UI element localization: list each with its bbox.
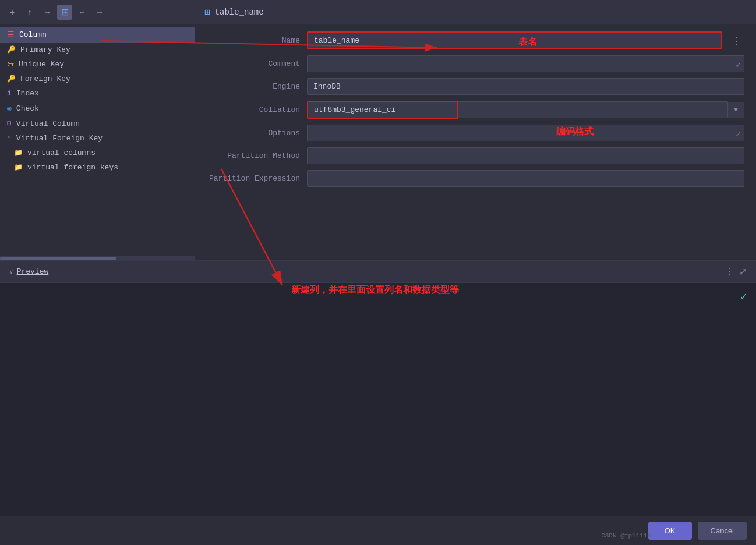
sidebar-item-index-label: Index [16, 89, 39, 98]
partition-expression-row: Partition Expression [207, 170, 744, 187]
form-area: Name ⋮ Comment ⤢ Engine [195, 24, 756, 260]
name-input-wrapper [307, 31, 722, 49]
bottom-bar: OK Cancel [0, 516, 756, 545]
name-row: Name ⋮ [207, 31, 744, 49]
check-icon: ◉ [7, 104, 12, 113]
preview-header: ∨ Preview ⋮ ⤢ [0, 261, 756, 283]
primary-key-icon: 🔑 [7, 45, 16, 54]
name-label: Name [207, 36, 300, 45]
preview-toggle[interactable]: ∨ [9, 268, 13, 275]
sidebar-item-primary-key-label: Primary Key [20, 45, 70, 54]
sidebar-item-unique-key-label: Unique Key [19, 60, 64, 69]
options-row: Options ⤢ [207, 125, 744, 141]
preview-actions: ⋮ ⤢ [725, 266, 747, 278]
nav-button[interactable]: → [92, 5, 107, 20]
sidebar-item-virtual-foreign-keys-folder[interactable]: 📁 virtual foreign keys [0, 160, 195, 175]
sidebar-toolbar: + ↑ → ⊞ ← → [0, 0, 195, 24]
sidebar-item-unique-key[interactable]: 🗝 Unique Key [0, 57, 195, 72]
sidebar-item-virtual-foreign-key-label: Virtual Foreign Key [16, 134, 103, 143]
sidebar-item-column[interactable]: ☰ Column [0, 27, 195, 43]
options-input[interactable] [307, 125, 744, 141]
table-title: table_name [215, 8, 264, 17]
sidebar-item-column-label: Column [19, 30, 47, 39]
sidebar-item-virtual-columns-label: virtual columns [27, 148, 96, 157]
index-icon: i [7, 89, 12, 98]
sidebar-item-check-label: Check [16, 104, 39, 113]
virtual-column-icon: ⊞ [7, 119, 12, 128]
top-area: + ↑ → ⊞ ← → ☰ Column 🔑 Primary Key [0, 0, 756, 260]
sidebar-scrollbar-thumb [0, 257, 116, 260]
partition-expression-label: Partition Expression [207, 174, 300, 183]
collation-label: Collation [207, 105, 300, 114]
right-header: ⊞ table_name [195, 0, 756, 24]
preview-title[interactable]: Preview [17, 267, 49, 276]
sidebar-item-index[interactable]: i Index [0, 86, 195, 101]
options-input-wrapper: ⤢ [307, 125, 744, 141]
virtual-foreign-keys-folder-icon: 📁 [14, 163, 23, 172]
column-icon: ☰ [7, 30, 15, 40]
options-expand-icon[interactable]: ⤢ [736, 130, 741, 138]
virtual-fk-icon: ♀ [7, 134, 12, 143]
main-container: + ↑ → ⊞ ← → ☰ Column 🔑 Primary Key [0, 0, 756, 545]
sidebar-list: ☰ Column 🔑 Primary Key 🗝 Unique Key 🔑 Fo… [0, 24, 195, 256]
preview-body: ✓ [0, 283, 756, 516]
sidebar-scrollbar[interactable] [0, 256, 195, 260]
partition-method-input[interactable] [307, 147, 744, 164]
add-button[interactable]: + [5, 5, 20, 20]
sidebar-item-virtual-foreign-key[interactable]: ♀ Virtual Foreign Key [0, 131, 195, 146]
sidebar-item-virtual-column[interactable]: ⊞ Virtual Column [0, 116, 195, 131]
engine-input[interactable] [307, 78, 744, 95]
partition-method-label: Partition Method [207, 151, 300, 160]
sidebar-item-foreign-key[interactable]: 🔑 Foreign Key [0, 72, 195, 86]
table-icon: ⊞ [204, 6, 210, 18]
move-right-button[interactable]: → [40, 5, 55, 20]
preview-section: ∨ Preview ⋮ ⤢ ✓ [0, 260, 756, 516]
collation-input[interactable] [307, 101, 458, 119]
move-left-button[interactable]: ← [75, 5, 90, 20]
move-up-button[interactable]: ↑ [22, 5, 37, 20]
cancel-button[interactable]: Cancel [698, 522, 747, 540]
sidebar: + ↑ → ⊞ ← → ☰ Column 🔑 Primary Key [0, 0, 195, 260]
partition-expression-input[interactable] [307, 170, 744, 187]
collation-dropdown-icon[interactable]: ▼ [728, 102, 744, 118]
comment-expand-icon[interactable]: ⤢ [736, 61, 741, 69]
partition-method-row: Partition Method [207, 147, 744, 164]
collation-wrapper: ▼ [307, 101, 744, 119]
sidebar-item-foreign-key-label: Foreign Key [20, 75, 70, 83]
name-more-button[interactable]: ⋮ [729, 34, 744, 47]
collation-row: Collation ▼ [207, 101, 744, 119]
sidebar-item-virtual-foreign-keys-label: virtual foreign keys [27, 163, 118, 172]
unique-key-icon: 🗝 [7, 60, 14, 69]
comment-input[interactable] [307, 55, 744, 72]
comment-row: Comment ⤢ [207, 55, 744, 72]
engine-label: Engine [207, 82, 300, 91]
grid-icon: ⊞ [61, 6, 69, 17]
grid-button[interactable]: ⊞ [57, 5, 72, 20]
sidebar-item-check[interactable]: ◉ Check [0, 101, 195, 116]
name-input[interactable] [307, 31, 722, 49]
comment-input-wrapper: ⤢ [307, 55, 744, 72]
preview-more-button[interactable]: ⋮ [725, 266, 734, 278]
foreign-key-icon: 🔑 [7, 75, 16, 83]
engine-row: Engine [207, 78, 744, 95]
preview-expand-button[interactable]: ⤢ [739, 266, 747, 278]
sidebar-item-primary-key[interactable]: 🔑 Primary Key [0, 43, 195, 57]
options-label: Options [207, 129, 300, 137]
comment-label: Comment [207, 59, 300, 68]
watermark: CSDN @fp11116 [601, 532, 651, 539]
virtual-columns-folder-icon: 📁 [14, 148, 23, 157]
sidebar-item-virtual-columns-folder[interactable]: 📁 virtual columns [0, 146, 195, 160]
ok-button[interactable]: OK [648, 522, 692, 540]
preview-check-icon: ✓ [740, 290, 747, 303]
right-panel: ⊞ table_name Name ⋮ Comment ⤢ [195, 0, 756, 260]
collation-rest-input[interactable] [458, 101, 728, 118]
sidebar-item-virtual-column-label: Virtual Column [16, 119, 80, 128]
